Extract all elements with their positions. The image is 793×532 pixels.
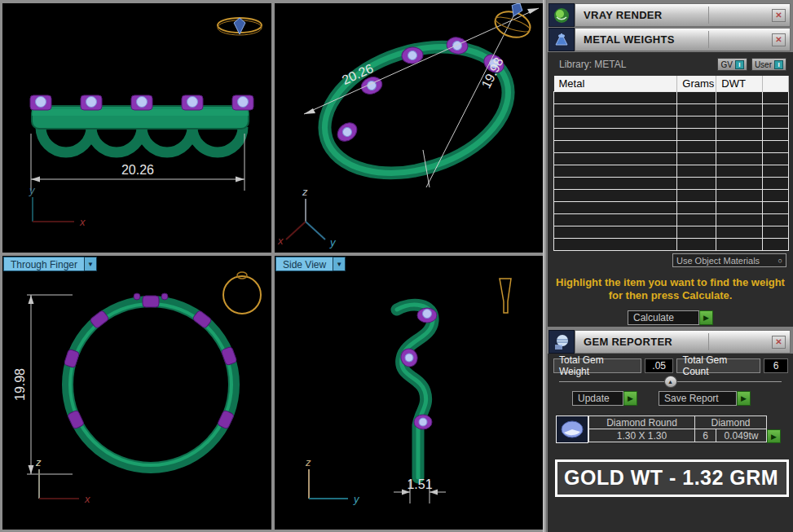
gem-table-value-row[interactable]: 1.30 X 1.30 6 0.049tw: [589, 429, 767, 442]
panel-splitter[interactable]: ▲: [559, 376, 782, 388]
metal-table-row[interactable]: [554, 214, 789, 226]
total-gem-count-value: 6: [764, 358, 788, 373]
user-toggle-button[interactable]: User I: [751, 58, 786, 71]
axis-indicator-through: z x: [35, 456, 90, 505]
use-object-materials-label: Use Object Materials: [676, 256, 760, 266]
metal-weights-panel: Library: METAL GV I User I Metal Grams D…: [548, 52, 793, 327]
metal-table-row[interactable]: [554, 117, 789, 129]
header-divider: [708, 333, 709, 350]
axis-x-label: x: [79, 216, 86, 228]
run-arrow-icon: ▶: [623, 391, 637, 406]
metal-table-row[interactable]: [554, 153, 789, 165]
radio-icon: ○: [778, 257, 782, 265]
toggle-indicator-icon: I: [774, 60, 783, 69]
save-report-button[interactable]: Save Report ▶: [659, 391, 751, 406]
metal-table-row[interactable]: [554, 141, 789, 153]
gem-reporter-panel: Total Gem Weight .05 Total Gem Count 6 ▲…: [548, 354, 793, 532]
metal-table-row[interactable]: [554, 239, 789, 251]
view-selector-label: Side View: [275, 257, 333, 271]
total-gem-count-label: Total Gem Count: [676, 358, 760, 373]
ring-side-orientation-icon: [218, 18, 262, 35]
gv-toggle-button[interactable]: GV I: [717, 58, 747, 71]
axis-y-label: y: [329, 236, 337, 248]
toggle-indicator-icon: I: [735, 60, 744, 69]
chevron-down-icon[interactable]: ▼: [333, 257, 346, 271]
close-icon[interactable]: ✕: [772, 336, 786, 349]
viewport-side[interactable]: 1.51 z y Side View ▼: [275, 256, 543, 530]
update-button[interactable]: Update ▶: [572, 391, 637, 406]
ring-band-through: [68, 301, 234, 468]
viewport-through-finger[interactable]: 19.98 z x Through Finger ▼: [2, 256, 271, 530]
dim-side-width: 1.51: [407, 477, 432, 491]
calculate-button[interactable]: Calculate ▶: [628, 310, 713, 325]
dim-through-height: 19.98: [13, 368, 27, 401]
right-tool-panel: VRAY RENDER ✕ METAL WEIGHTS ✕ Library: M…: [547, 0, 793, 532]
perspective-view-canvas: 20.26 19.98 z x y: [275, 3, 543, 253]
col-extra: [763, 76, 789, 92]
gem-thumbnail: [556, 415, 588, 443]
axis-indicator-side: z y: [305, 456, 360, 505]
calculate-button-label: Calculate: [628, 310, 699, 325]
metal-table-row[interactable]: [554, 178, 789, 190]
axis-x-label: x: [84, 493, 90, 505]
run-arrow-icon: ▶: [771, 433, 777, 441]
viewport-front[interactable]: 20.26 y x: [2, 3, 271, 253]
run-arrow-icon: ▶: [699, 310, 713, 325]
gem-reporter-header[interactable]: GEM REPORTER ✕: [548, 330, 791, 354]
cad-application-window: 20.26 y x: [0, 0, 793, 532]
gv-label: GV: [720, 60, 732, 69]
total-gem-weight-label: Total Gem Weight: [553, 358, 641, 373]
gem-report-table[interactable]: Diamond Round Diamond 1.30 X 1.30 6 0.04…: [588, 415, 767, 442]
metal-table-row[interactable]: [554, 129, 789, 141]
chevron-down-icon[interactable]: ▼: [84, 257, 97, 271]
vray-render-header[interactable]: VRAY RENDER ✕: [548, 3, 791, 27]
axis-x-label: x: [277, 235, 284, 247]
col-dwt: DWT: [716, 76, 763, 92]
metal-table-body: [554, 92, 789, 251]
gem-shape-header: Diamond Round: [589, 416, 695, 429]
metal-weights-icon: [548, 28, 575, 51]
metal-table-row[interactable]: [554, 190, 789, 202]
gem-row-run-button[interactable]: ▶: [767, 429, 781, 443]
close-icon[interactable]: ✕: [772, 33, 786, 46]
view-selector-side[interactable]: Side View ▼: [275, 257, 346, 271]
use-object-materials-dropdown[interactable]: Use Object Materials ○: [672, 253, 786, 267]
collapse-arrow-icon[interactable]: ▲: [664, 376, 677, 388]
axis-y-label: y: [353, 493, 360, 505]
axis-z-label: z: [305, 456, 311, 468]
through-finger-canvas: 19.98 z x: [2, 256, 271, 530]
view-selector-through-finger[interactable]: Through Finger ▼: [3, 257, 97, 271]
metal-weights-table: Metal Grams DWT: [553, 76, 789, 251]
metal-table-row[interactable]: [554, 104, 789, 117]
gem-reporter-icon: [548, 330, 575, 354]
metal-table-row[interactable]: [554, 165, 789, 178]
gem-weight-cell: 0.049tw: [716, 429, 767, 442]
axis-z-label: z: [35, 456, 42, 468]
front-view-canvas: 20.26 y x: [2, 3, 271, 253]
vray-icon: [548, 3, 575, 27]
axis-y-label: y: [29, 184, 36, 196]
metal-weights-header[interactable]: METAL WEIGHTS ✕: [548, 28, 791, 51]
total-gem-weight-value: .05: [645, 358, 674, 373]
ring-face-orientation-icon: [223, 272, 261, 314]
view-selector-label: Through Finger: [3, 257, 84, 271]
ring-profile-orientation-icon: [500, 279, 511, 313]
bezel-marks-through: [64, 293, 237, 429]
metal-table-row[interactable]: [554, 202, 789, 214]
viewport-perspective[interactable]: 20.26 19.98 z x y: [275, 3, 543, 253]
user-label: User: [755, 60, 772, 69]
gold-weight-readout: GOLD WT - 1.32 GRM: [555, 459, 789, 497]
gem-count-cell: 6: [695, 429, 716, 442]
col-grams: Grams: [677, 76, 716, 92]
panel-title: GEM REPORTER: [575, 336, 672, 348]
axis-z-label: z: [302, 186, 308, 198]
update-button-label: Update: [572, 391, 623, 406]
metal-table-row[interactable]: [554, 226, 789, 239]
header-divider: [708, 7, 709, 24]
axis-indicator-front: y x: [29, 184, 86, 228]
metal-table-row[interactable]: [554, 92, 789, 104]
library-label: Library: METAL: [559, 59, 713, 70]
side-view-canvas: 1.51 z y: [275, 256, 543, 530]
axis-indicator-perspective: z x y: [277, 186, 337, 248]
close-icon[interactable]: ✕: [772, 9, 786, 22]
